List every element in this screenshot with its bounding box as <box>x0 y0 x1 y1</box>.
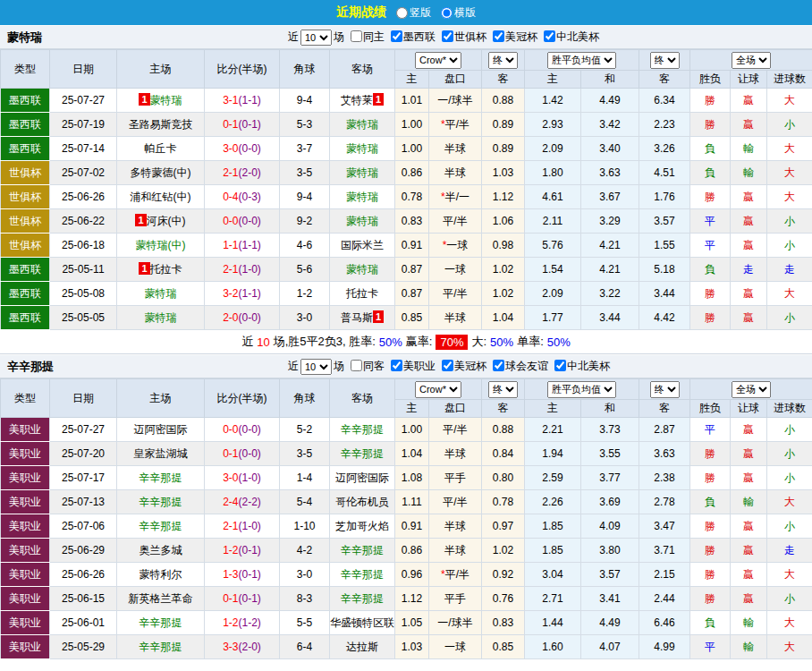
match-date: 25-07-13 <box>50 490 117 514</box>
same-venue-option[interactable]: 同客 <box>346 359 385 374</box>
odds-handicap: 平/半 <box>429 282 482 306</box>
odds-home: 1.05 <box>395 611 429 635</box>
final-odds-select[interactable]: 终 <box>488 52 518 69</box>
vertical-radio[interactable] <box>396 7 408 19</box>
avg-home-odds: 4.61 <box>525 185 581 209</box>
team-link: 浦和红钻(中) <box>131 191 191 203</box>
league-filter-option[interactable]: 球会友谊 <box>488 359 548 374</box>
league-checkbox[interactable] <box>442 360 453 371</box>
result-wdl: 勝 <box>690 539 731 563</box>
league-checkbox[interactable] <box>442 30 453 42</box>
wdl-average-select[interactable]: 胜平负均值 <box>547 52 616 69</box>
fulltime-score: 2-1 <box>223 166 238 179</box>
match-filter: 近10场同客美职业美冠杯球会友谊中北美杯 <box>288 359 610 375</box>
league-filter-option[interactable]: 中北美杯 <box>550 359 610 374</box>
subcol-6: 胜负 <box>690 400 731 418</box>
bookmaker-select[interactable]: Crow* <box>415 52 461 69</box>
wdl-average-select-cell: 胜平负均值 <box>525 379 639 400</box>
league-filter-option[interactable]: 美冠杯 <box>488 30 537 45</box>
league-checkbox[interactable] <box>493 30 504 42</box>
league-checkbox[interactable] <box>493 360 504 371</box>
recent-count-select[interactable]: 10 <box>300 30 332 46</box>
handicap-text: 半球 <box>444 166 466 179</box>
bookmaker-select[interactable]: Crow* <box>415 381 461 398</box>
halftime-score: (0-1) <box>239 568 261 581</box>
section-header: 蒙特瑞近10场同主墨西联世俱杯美冠杯中北美杯 <box>0 25 812 49</box>
team-link: 辛辛那提 <box>140 641 182 653</box>
odds-home: 0.91 <box>395 234 429 258</box>
home-team: 浦和红钻(中) <box>117 185 205 209</box>
recent-count-select[interactable]: 10 <box>300 359 332 375</box>
result-handicap: 走 <box>731 258 767 282</box>
team-name: 蒙特瑞 <box>7 30 42 46</box>
wdl-average-select[interactable]: 胜平负均值 <box>547 381 616 398</box>
match-score: 2-1(1-0) <box>205 514 280 539</box>
league-checkbox[interactable] <box>391 30 402 42</box>
odds-home: 0.78 <box>395 185 429 209</box>
layout-horizontal-option[interactable]: 横版 <box>436 5 476 21</box>
subcol-7: 让球 <box>731 400 767 418</box>
match-date: 25-06-15 <box>50 587 117 611</box>
home-team: 蒙特瑞(中) <box>117 234 205 258</box>
avg-away-odds: 5.18 <box>639 258 690 282</box>
odds-home: 0.86 <box>395 539 429 563</box>
league-checkbox[interactable] <box>554 360 566 371</box>
col-score: 比分(半场) <box>205 379 280 418</box>
result-handicap: 贏 <box>731 514 767 539</box>
final-odds-select[interactable]: 终 <box>650 381 680 398</box>
odds-away: 1.02 <box>482 539 525 563</box>
league-checkbox[interactable] <box>391 360 402 371</box>
subcol-6: 胜负 <box>690 71 731 89</box>
fulltime-score: 0-0 <box>223 215 238 227</box>
odds-away: 0.98 <box>482 234 525 258</box>
result-goals: 走 <box>767 258 812 282</box>
league-badge: 墨西联 <box>1 137 50 161</box>
result-wdl: 負 <box>690 258 731 282</box>
home-team: 迈阿密国际 <box>117 418 205 442</box>
corner-score: 5-6 <box>280 258 330 282</box>
match-date: 25-06-22 <box>50 209 117 234</box>
final-odds-select[interactable]: 终 <box>650 52 680 69</box>
league-filter-option[interactable]: 中北美杯 <box>539 30 599 45</box>
corner-score: 5-3 <box>280 113 330 137</box>
same-venue-checkbox[interactable] <box>351 30 362 42</box>
final-odds-select[interactable]: 终 <box>488 381 518 398</box>
match-date: 25-07-14 <box>50 137 117 161</box>
match-row: 墨西联25-05-111托拉卡2-1(1-0)5-6蒙特瑞0.87一球1.021… <box>1 258 812 282</box>
halftime-score: (2-0) <box>239 166 261 179</box>
away-team: 达拉斯 <box>330 635 395 659</box>
halftime-score: (0-3) <box>239 191 261 203</box>
match-row: 世俱杯25-06-26浦和红钻(中)0-4(0-3)9-4蒙特瑞0.78*半/一… <box>1 185 812 209</box>
league-filter-option[interactable]: 墨西联 <box>386 30 436 45</box>
avg-away-odds: 3.44 <box>639 282 690 306</box>
result-goals: 大 <box>767 137 812 161</box>
league-badge: 美职业 <box>1 563 50 587</box>
same-venue-option[interactable]: 同主 <box>346 30 385 45</box>
away-team: 辛辛那提 <box>330 442 395 466</box>
result-goals: 大 <box>767 89 812 113</box>
period-select[interactable]: 全场 <box>732 381 771 398</box>
team-link: 蒙特瑞 <box>346 142 378 155</box>
avg-away-odds: 4.51 <box>639 161 690 185</box>
layout-vertical-option[interactable]: 竖版 <box>391 5 431 21</box>
match-date: 25-06-29 <box>50 539 117 563</box>
league-filter-option[interactable]: 世俱杯 <box>437 30 486 45</box>
match-score: 2-4(2-2) <box>205 490 280 514</box>
result-handicap: 贏 <box>731 185 767 209</box>
league-badge: 美职业 <box>1 442 50 466</box>
avg-home-odds: 2.59 <box>525 466 581 490</box>
period-select[interactable]: 全场 <box>732 52 771 69</box>
halftime-score: (0-1) <box>239 592 261 605</box>
match-row: 世俱杯25-06-221河床(中)0-0(0-0)9-2蒙特瑞0.83平/半1.… <box>1 209 812 234</box>
odds-handicap: 平/半 <box>429 418 482 442</box>
rank-badge: 1 <box>139 93 149 106</box>
league-filter-option[interactable]: 美职业 <box>386 359 436 374</box>
result-handicap: 輸 <box>731 161 767 185</box>
horizontal-radio[interactable] <box>441 7 453 19</box>
league-filter-option[interactable]: 美冠杯 <box>437 359 486 374</box>
same-venue-checkbox[interactable] <box>351 360 362 371</box>
avg-home-odds: 3.04 <box>525 563 581 587</box>
league-checkbox[interactable] <box>544 30 555 42</box>
stats-summary: 近10场,胜5平2负3, 胜率:50%赢率:70%大:50%单率:50% <box>0 330 812 354</box>
match-row: 墨西联25-07-14帕丘卡3-0(0-0)3-7蒙特瑞1.00半球0.892.… <box>1 137 812 161</box>
